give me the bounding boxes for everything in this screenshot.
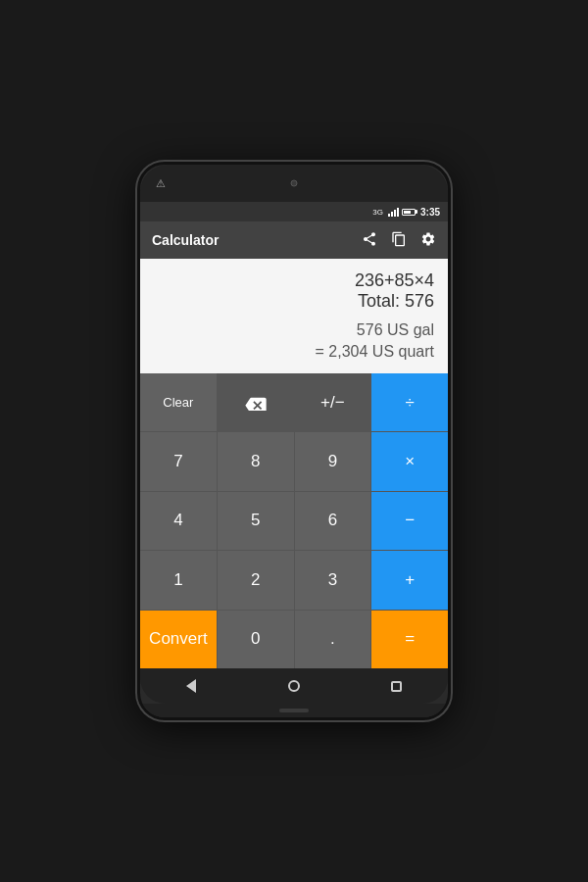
copy-icon[interactable] [391, 231, 407, 250]
key-9[interactable]: 9 [295, 432, 371, 490]
back-button[interactable] [176, 676, 206, 696]
key--[interactable]: ÷ [371, 373, 448, 431]
alert-icon: ⚠ [156, 177, 166, 190]
time-display: 3:35 [420, 207, 440, 218]
camera [291, 180, 298, 187]
expression-display: 236+85×4 [355, 270, 434, 291]
key-4[interactable]: 4 [140, 492, 217, 550]
conversion-line1: 576 US gal [357, 321, 434, 338]
network-indicator: 3G [372, 208, 383, 217]
home-button[interactable] [279, 676, 309, 696]
key-2[interactable]: 2 [218, 551, 294, 609]
device: ⚠ 3G 3:35 Calculator [137, 162, 451, 720]
key----[interactable]: +/− [295, 373, 371, 431]
speaker [279, 709, 309, 712]
key--[interactable]: + [371, 551, 448, 609]
share-icon[interactable] [362, 231, 377, 250]
key-5[interactable]: 5 [218, 492, 294, 550]
key--[interactable]: − [371, 492, 448, 550]
key--[interactable]: = [371, 611, 448, 668]
app-icons [362, 231, 436, 250]
app-bar: Calculator [140, 221, 448, 259]
key-1[interactable]: 1 [140, 551, 217, 609]
battery-icon [402, 209, 416, 216]
conversion-display: 576 US gal = 2,304 US quart [316, 319, 434, 364]
key-6[interactable]: 6 [295, 492, 371, 550]
key-7[interactable]: 7 [140, 432, 217, 490]
app-title: Calculator [152, 232, 362, 248]
key--[interactable]: . [295, 611, 371, 668]
key--[interactable]: × [371, 432, 448, 490]
keypad: Clear +/−÷789×456−123+Convert0.= [140, 373, 448, 668]
key-Clear[interactable]: Clear [140, 373, 217, 431]
key-3[interactable]: 3 [295, 551, 371, 609]
display: 236+85×4 Total: 576 576 US gal = 2,304 U… [140, 259, 448, 373]
key--[interactable] [218, 373, 294, 431]
signal-icon [388, 207, 399, 217]
device-bottom [140, 704, 448, 717]
key-Convert[interactable]: Convert [140, 611, 217, 668]
status-bar: 3G 3:35 [140, 202, 448, 221]
key-0[interactable]: 0 [218, 611, 294, 668]
settings-icon[interactable] [420, 231, 436, 250]
recents-button[interactable] [382, 676, 412, 696]
total-display: Total: 576 [358, 291, 434, 312]
nav-bar [140, 668, 448, 704]
key-8[interactable]: 8 [218, 432, 294, 490]
conversion-line2: = 2,304 US quart [316, 343, 434, 360]
device-top: ⚠ [140, 165, 448, 202]
